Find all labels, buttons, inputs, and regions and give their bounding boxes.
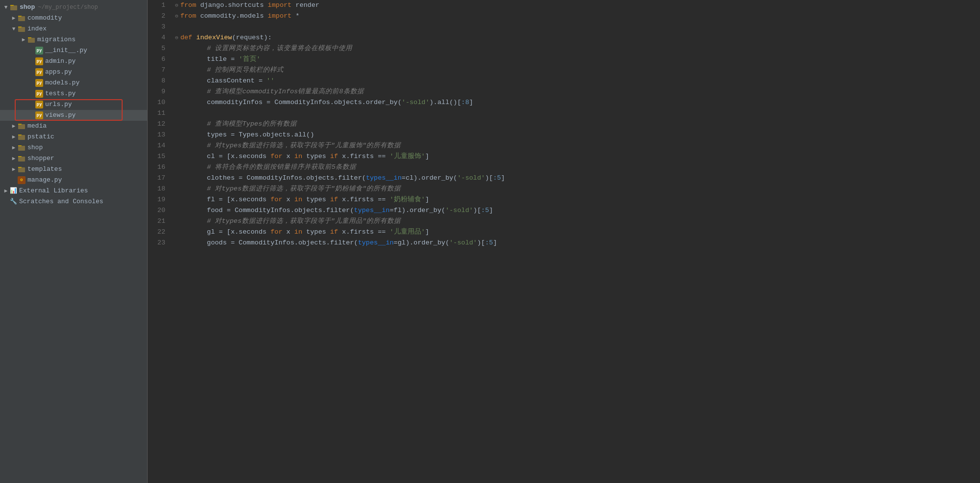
code-line-9: 9 # 查询模型commodityInfos销量最高的前8条数据 (148, 86, 980, 97)
sidebar-item-external[interactable]: 📊 External Libraries (0, 186, 147, 196)
line-content-2: ⊖from commodity.models import * (171, 11, 980, 22)
code-editor[interactable]: 1 ⊖from django.shortcuts import render 2… (148, 0, 980, 483)
line-content-16: # 将符合条件的数据按销量排序并获取前5条数据 (171, 162, 980, 173)
sidebar-item-manage[interactable]: ⚙ manage.py (0, 175, 147, 186)
line-content-11 (171, 108, 980, 119)
code-line-18: 18 # 对types数据进行筛选，获取字段等于"奶粉辅食"的所有数据 (148, 184, 980, 194)
shopper-label: shopper (27, 153, 54, 164)
code-line-17: 17 clothes = CommodityInfos.objects.filt… (148, 173, 980, 184)
shopper-folder-icon (18, 155, 26, 162)
fold-1[interactable]: ⊖ (175, 2, 179, 8)
code-line-16: 16 # 将符合条件的数据按销量排序并获取前5条数据 (148, 162, 980, 173)
sidebar-item-shop-folder[interactable]: shop (0, 142, 147, 153)
sidebar-item-pstatic[interactable]: pstatic (0, 132, 147, 142)
sidebar-item-views[interactable]: py views.py (0, 110, 147, 121)
code-line-23: 23 goods = CommodityInfos.objects.filter… (148, 238, 980, 248)
pstatic-label: pstatic (27, 132, 54, 142)
sidebar-item-templates[interactable]: templates (0, 164, 147, 175)
file-tree[interactable]: shop ~/my_project/shop commodity index m… (0, 0, 147, 483)
line-num-6: 6 (148, 54, 171, 65)
shop-folder-icon (18, 144, 26, 152)
line-num-5: 5 (148, 43, 171, 54)
sidebar-item-media[interactable]: media (0, 121, 147, 132)
kw-import-2: import (268, 12, 292, 20)
line-content-13: types = Types.objects.all() (171, 130, 980, 140)
urls-file-icon: py (35, 101, 43, 108)
external-arrow (2, 186, 10, 196)
fold-4[interactable]: ⊖ (175, 35, 179, 41)
sidebar-item-apps[interactable]: py apps.py (0, 67, 147, 78)
code-line-10: 10 commodityInfos = CommodityInfos.objec… (148, 97, 980, 108)
line-content-5: # 设置网页标签内容，该变量将会在模板中使用 (171, 43, 980, 54)
sidebar-item-index[interactable]: index (0, 24, 147, 34)
apps-label: apps.py (45, 67, 72, 78)
line-num-12: 12 (148, 119, 171, 130)
tests-file-icon: py (35, 90, 43, 98)
sidebar-item-urls[interactable]: py urls.py (0, 99, 147, 110)
sidebar-item-commodity[interactable]: commodity (0, 13, 147, 24)
root-arrow (2, 2, 10, 13)
line-num-11: 11 (148, 108, 171, 119)
sidebar-item-init[interactable]: py __init__.py (0, 45, 147, 56)
sidebar-item-migrations[interactable]: migrations (0, 34, 147, 45)
init-label: __init__.py (45, 45, 87, 56)
code-line-3: 3 (148, 22, 980, 32)
line-content-7: # 控制网页导航栏的样式 (171, 65, 980, 76)
manage-label: manage.py (27, 175, 62, 186)
code-line-22: 22 gl = [x.seconds for x in types if x.f… (148, 227, 980, 238)
sidebar-item-models[interactable]: py models.py (0, 78, 147, 88)
line-content-14: # 对types数据进行筛选，获取字段等于"儿童服饰"的所有数据 (171, 140, 980, 151)
code-table: 1 ⊖from django.shortcuts import render 2… (148, 0, 980, 248)
line-content-9: # 查询模型commodityInfos销量最高的前8条数据 (171, 86, 980, 97)
sidebar-item-admin[interactable]: py admin.py (0, 56, 147, 67)
line-content-22: gl = [x.seconds for x in types if x.firs… (171, 227, 980, 238)
line-num-13: 13 (148, 130, 171, 140)
svg-rect-0 (10, 5, 17, 10)
line-num-19: 19 (148, 194, 171, 205)
line-num-1: 1 (148, 0, 171, 11)
external-icon: 📊 (10, 186, 17, 196)
templates-arrow (10, 164, 18, 175)
line-num-10: 10 (148, 97, 171, 108)
fold-2[interactable]: ⊖ (175, 13, 179, 19)
line-num-9: 9 (148, 86, 171, 97)
code-line-4: 4 ⊖def indexView(request): (148, 32, 980, 43)
line-content-19: fl = [x.seconds for x in types if x.firs… (171, 194, 980, 205)
admin-file-icon: py (35, 57, 43, 65)
line-num-23: 23 (148, 238, 171, 248)
sidebar-item-shopper[interactable]: shopper (0, 153, 147, 164)
code-line-2: 2 ⊖from commodity.models import * (148, 11, 980, 22)
root-label: shop (20, 2, 35, 13)
svg-rect-7 (18, 157, 25, 161)
index-label: index (27, 24, 47, 34)
tree-root[interactable]: shop ~/my_project/shop (0, 2, 147, 13)
outlined-files-group: py urls.py py views.py (0, 99, 147, 121)
pstatic-arrow (10, 132, 18, 142)
line-num-3: 3 (148, 22, 171, 32)
svg-rect-8 (18, 167, 25, 172)
media-arrow (10, 121, 18, 132)
external-label: External Libraries (19, 186, 88, 196)
code-line-1: 1 ⊖from django.shortcuts import render (148, 0, 980, 11)
line-content-1: ⊖from django.shortcuts import render (171, 0, 980, 11)
sidebar-item-tests[interactable]: py tests.py (0, 88, 147, 99)
code-line-8: 8 classContent = '' (148, 76, 980, 86)
urls-label: urls.py (45, 99, 72, 110)
index-folder-icon (18, 25, 26, 33)
line-num-18: 18 (148, 184, 171, 194)
svg-rect-6 (18, 146, 25, 151)
kw-from-1: from (181, 1, 196, 9)
line-num-20: 20 (148, 205, 171, 216)
views-label: views.py (45, 110, 76, 121)
line-content-21: # 对types数据进行筛选，获取字段等于"儿童用品"的所有数据 (171, 216, 980, 227)
line-content-4: ⊖def indexView(request): (171, 32, 980, 43)
svg-rect-1 (18, 16, 25, 21)
models-file-icon: py (35, 79, 43, 87)
models-label: models.py (45, 78, 79, 88)
templates-label: templates (27, 164, 62, 175)
line-content-20: food = CommodityInfos.objects.filter(typ… (171, 205, 980, 216)
code-line-7: 7 # 控制网页导航栏的样式 (148, 65, 980, 76)
sidebar-item-scratches[interactable]: 🔧 Scratches and Consoles (0, 196, 147, 207)
commodity-label: commodity (27, 13, 62, 24)
code-line-12: 12 # 查询模型Types的所有数据 (148, 119, 980, 130)
